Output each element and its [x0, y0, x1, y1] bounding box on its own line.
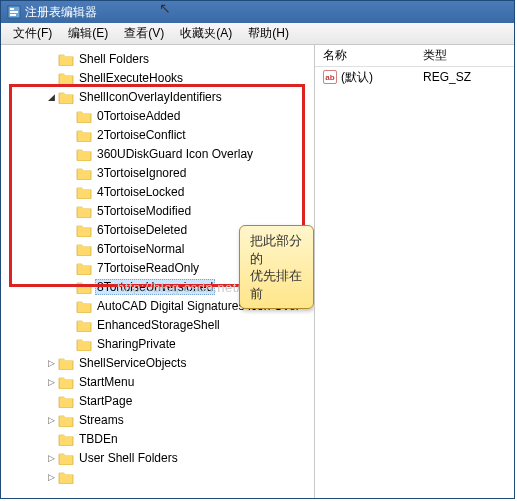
expand-icon[interactable]: ▷ [45, 471, 57, 483]
list-pane: 名称 类型 ab (默认) REG_SZ [315, 45, 514, 498]
toggle-placeholder [45, 433, 57, 445]
titlebar: 注册表编辑器 [1, 1, 514, 23]
tree-item-label: 2TortoiseConflict [95, 127, 188, 143]
folder-icon [76, 166, 92, 180]
toggle-placeholder [63, 300, 75, 312]
tree-item[interactable]: 4TortoiseLocked [3, 182, 314, 201]
expand-icon[interactable]: ▷ [45, 414, 57, 426]
tree-item[interactable]: EnhancedStorageShell [3, 315, 314, 334]
expand-icon[interactable]: ▷ [45, 357, 57, 369]
tree-item-label: 8TortoiseUnversioned [95, 279, 215, 295]
tree-item[interactable]: ▷ShellServiceObjects [3, 353, 314, 372]
toggle-placeholder [63, 148, 75, 160]
tree-item-label: 360UDiskGuard Icon Overlay [95, 146, 255, 162]
tree-item[interactable]: StartPage [3, 391, 314, 410]
folder-icon [76, 318, 92, 332]
folder-icon [76, 280, 92, 294]
app-icon [7, 5, 21, 19]
folder-icon [58, 356, 74, 370]
tree-item[interactable]: 5TortoiseModified [3, 201, 314, 220]
callout-line1: 把此部分的 [250, 232, 303, 267]
expand-icon[interactable]: ▷ [45, 452, 57, 464]
tree-item-label: Streams [77, 412, 126, 428]
tree-item[interactable]: ▷Streams [3, 410, 314, 429]
toggle-placeholder [45, 72, 57, 84]
tree-item[interactable]: ▷StartMenu [3, 372, 314, 391]
tree-item-label: TBDEn [77, 431, 120, 447]
tree-item-label: 3TortoiseIgnored [95, 165, 188, 181]
folder-icon [76, 242, 92, 256]
collapse-icon[interactable]: ◢ [45, 91, 57, 103]
toggle-placeholder [63, 224, 75, 236]
value-type: REG_SZ [423, 70, 471, 84]
toggle-placeholder [63, 319, 75, 331]
tree-item[interactable]: ▷ [3, 467, 314, 486]
tree-item[interactable]: TBDEn [3, 429, 314, 448]
svg-rect-2 [10, 11, 18, 13]
tree-item-label: ShellServiceObjects [77, 355, 188, 371]
tree-item[interactable]: 2TortoiseConflict [3, 125, 314, 144]
menu-help[interactable]: 帮助(H) [240, 23, 297, 44]
folder-icon [76, 223, 92, 237]
folder-icon [58, 432, 74, 446]
tree-item-label: User Shell Folders [77, 450, 180, 466]
folder-icon [58, 451, 74, 465]
folder-icon [58, 52, 74, 66]
string-value-icon: ab [323, 70, 337, 84]
tree-item[interactable]: ▷User Shell Folders [3, 448, 314, 467]
toggle-placeholder [63, 281, 75, 293]
folder-icon [76, 204, 92, 218]
folder-icon [58, 394, 74, 408]
tree-item[interactable]: 0TortoiseAdded [3, 106, 314, 125]
tree-item[interactable]: Shell Folders [3, 49, 314, 68]
tree-item-label: 4TortoiseLocked [95, 184, 186, 200]
toggle-placeholder [63, 243, 75, 255]
list-row-default[interactable]: ab (默认) REG_SZ [315, 67, 514, 87]
folder-icon [76, 128, 92, 142]
expand-icon[interactable]: ▷ [45, 376, 57, 388]
folder-icon [58, 375, 74, 389]
toggle-placeholder [63, 167, 75, 179]
tree-item-label: 7TortoiseReadOnly [95, 260, 201, 276]
window: 注册表编辑器 文件(F) 编辑(E) 查看(V) 收藏夹(A) 帮助(H) ht… [0, 0, 515, 499]
toggle-placeholder [63, 338, 75, 350]
tree-pane: http://blog.csdn.net/tcjy1000 Shell Fold… [1, 45, 315, 498]
tree-item-label: 6TortoiseDeleted [95, 222, 189, 238]
toggle-placeholder [45, 395, 57, 407]
tree-item-label: 6TortoiseNormal [95, 241, 186, 257]
menu-edit[interactable]: 编辑(E) [60, 23, 116, 44]
menu-view[interactable]: 查看(V) [116, 23, 172, 44]
col-name[interactable]: 名称 [315, 45, 415, 66]
menubar: 文件(F) 编辑(E) 查看(V) 收藏夹(A) 帮助(H) [1, 23, 514, 45]
toggle-placeholder [63, 129, 75, 141]
folder-icon [58, 71, 74, 85]
svg-rect-3 [10, 14, 16, 16]
tree-item[interactable]: 3TortoiseIgnored [3, 163, 314, 182]
folder-icon [76, 147, 92, 161]
tree-item-label: Shell Folders [77, 51, 151, 67]
tree-item-label: ShellExecuteHooks [77, 70, 185, 86]
toggle-placeholder [63, 205, 75, 217]
folder-icon [76, 299, 92, 313]
window-title: 注册表编辑器 [25, 4, 97, 21]
tree-item[interactable]: ShellExecuteHooks [3, 68, 314, 87]
toggle-placeholder [63, 110, 75, 122]
callout-tooltip: 把此部分的 优先排在前 [239, 225, 314, 309]
tree-item-label: 0TortoiseAdded [95, 108, 182, 124]
toggle-placeholder [63, 262, 75, 274]
svg-rect-1 [10, 8, 14, 10]
tree-item[interactable]: SharingPrivate [3, 334, 314, 353]
list-header: 名称 类型 [315, 45, 514, 67]
menu-favorites[interactable]: 收藏夹(A) [172, 23, 240, 44]
menu-file[interactable]: 文件(F) [5, 23, 60, 44]
folder-icon [58, 90, 74, 104]
tree-item[interactable]: ◢ShellIconOverlayIdentifiers [3, 87, 314, 106]
callout-line2: 优先排在前 [250, 267, 303, 302]
tree-item-label: 5TortoiseModified [95, 203, 193, 219]
tree-item[interactable]: 360UDiskGuard Icon Overlay [3, 144, 314, 163]
folder-icon [58, 470, 74, 484]
toggle-placeholder [63, 186, 75, 198]
col-type[interactable]: 类型 [415, 45, 455, 66]
folder-icon [76, 337, 92, 351]
content: http://blog.csdn.net/tcjy1000 Shell Fold… [1, 45, 514, 498]
